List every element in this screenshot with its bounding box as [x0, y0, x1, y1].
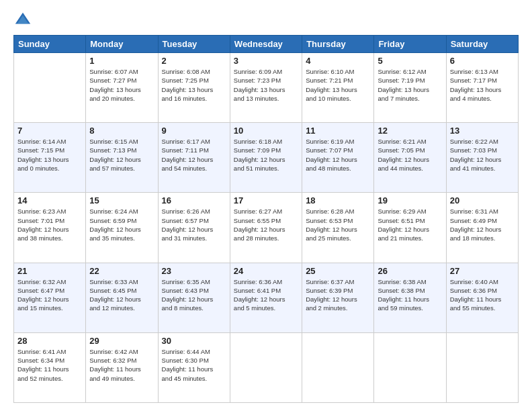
day-number: 6 [450, 56, 515, 66]
cell-info: Sunrise: 6:35 AM Sunset: 6:43 PM Dayligh… [162, 277, 226, 313]
cell-info: Sunrise: 6:33 AM Sunset: 6:45 PM Dayligh… [89, 277, 154, 313]
calendar-cell: 7Sunrise: 6:14 AM Sunset: 7:15 PM Daylig… [14, 123, 86, 193]
cell-info: Sunrise: 6:12 AM Sunset: 7:19 PM Dayligh… [378, 67, 442, 103]
cell-info: Sunrise: 6:08 AM Sunset: 7:25 PM Dayligh… [162, 67, 226, 103]
day-number: 15 [89, 195, 154, 205]
day-number: 7 [17, 126, 82, 136]
cell-info: Sunrise: 6:13 AM Sunset: 7:17 PM Dayligh… [450, 67, 515, 103]
weekday-header-tuesday: Tuesday [158, 36, 230, 53]
day-number: 3 [234, 56, 298, 66]
week-row-4: 21Sunrise: 6:32 AM Sunset: 6:47 PM Dayli… [14, 263, 519, 332]
calendar-cell: 16Sunrise: 6:26 AM Sunset: 6:57 PM Dayli… [158, 193, 230, 263]
day-number: 2 [162, 56, 226, 66]
day-number: 29 [89, 336, 154, 346]
calendar-cell [446, 332, 518, 402]
calendar-cell: 19Sunrise: 6:29 AM Sunset: 6:51 PM Dayli… [374, 193, 446, 263]
day-number: 28 [17, 336, 82, 346]
calendar-cell: 24Sunrise: 6:36 AM Sunset: 6:41 PM Dayli… [230, 263, 302, 332]
calendar-cell: 10Sunrise: 6:18 AM Sunset: 7:09 PM Dayli… [230, 123, 302, 193]
calendar-cell: 30Sunrise: 6:44 AM Sunset: 6:30 PM Dayli… [158, 332, 230, 402]
calendar-cell: 12Sunrise: 6:21 AM Sunset: 7:05 PM Dayli… [374, 123, 446, 193]
cell-info: Sunrise: 6:17 AM Sunset: 7:11 PM Dayligh… [162, 137, 226, 173]
calendar-cell: 29Sunrise: 6:42 AM Sunset: 6:32 PM Dayli… [86, 332, 158, 402]
calendar-cell: 11Sunrise: 6:19 AM Sunset: 7:07 PM Dayli… [302, 123, 374, 193]
calendar-cell: 14Sunrise: 6:23 AM Sunset: 7:01 PM Dayli… [14, 193, 86, 263]
cell-info: Sunrise: 6:38 AM Sunset: 6:38 PM Dayligh… [378, 277, 442, 313]
week-row-3: 14Sunrise: 6:23 AM Sunset: 7:01 PM Dayli… [14, 193, 519, 263]
cell-info: Sunrise: 6:21 AM Sunset: 7:05 PM Dayligh… [378, 137, 442, 173]
calendar-cell: 18Sunrise: 6:28 AM Sunset: 6:53 PM Dayli… [302, 193, 374, 263]
cell-info: Sunrise: 6:09 AM Sunset: 7:23 PM Dayligh… [234, 67, 298, 103]
calendar-cell: 17Sunrise: 6:27 AM Sunset: 6:55 PM Dayli… [230, 193, 302, 263]
day-number: 20 [450, 195, 515, 205]
calendar-cell: 26Sunrise: 6:38 AM Sunset: 6:38 PM Dayli… [374, 263, 446, 332]
day-number: 13 [450, 126, 515, 136]
week-row-2: 7Sunrise: 6:14 AM Sunset: 7:15 PM Daylig… [14, 123, 519, 193]
day-number: 12 [378, 126, 442, 136]
cell-info: Sunrise: 6:27 AM Sunset: 6:55 PM Dayligh… [234, 207, 298, 242]
day-number: 19 [378, 195, 442, 205]
calendar-cell: 23Sunrise: 6:35 AM Sunset: 6:43 PM Dayli… [158, 263, 230, 332]
calendar-cell: 13Sunrise: 6:22 AM Sunset: 7:03 PM Dayli… [446, 123, 518, 193]
calendar-cell: 9Sunrise: 6:17 AM Sunset: 7:11 PM Daylig… [158, 123, 230, 193]
cell-info: Sunrise: 6:15 AM Sunset: 7:13 PM Dayligh… [89, 137, 154, 173]
calendar-cell [14, 53, 86, 123]
day-number: 23 [162, 266, 226, 276]
calendar-cell: 27Sunrise: 6:40 AM Sunset: 6:36 PM Dayli… [446, 263, 518, 332]
cell-info: Sunrise: 6:14 AM Sunset: 7:15 PM Dayligh… [17, 137, 82, 173]
cell-info: Sunrise: 6:36 AM Sunset: 6:41 PM Dayligh… [234, 277, 298, 313]
week-row-5: 28Sunrise: 6:41 AM Sunset: 6:34 PM Dayli… [14, 332, 519, 402]
calendar-cell: 6Sunrise: 6:13 AM Sunset: 7:17 PM Daylig… [446, 53, 518, 123]
weekday-header-friday: Friday [374, 36, 446, 53]
day-number: 30 [162, 336, 226, 346]
calendar-cell: 15Sunrise: 6:24 AM Sunset: 6:59 PM Dayli… [86, 193, 158, 263]
cell-info: Sunrise: 6:23 AM Sunset: 7:01 PM Dayligh… [17, 207, 82, 242]
day-number: 16 [162, 195, 226, 205]
calendar-cell: 2Sunrise: 6:08 AM Sunset: 7:25 PM Daylig… [158, 53, 230, 123]
day-number: 4 [306, 56, 370, 66]
cell-info: Sunrise: 6:31 AM Sunset: 6:49 PM Dayligh… [450, 207, 515, 242]
calendar-cell: 4Sunrise: 6:10 AM Sunset: 7:21 PM Daylig… [302, 53, 374, 123]
weekday-header-row: SundayMondayTuesdayWednesdayThursdayFrid… [14, 36, 519, 53]
calendar-table: SundayMondayTuesdayWednesdayThursdayFrid… [13, 35, 519, 403]
cell-info: Sunrise: 6:28 AM Sunset: 6:53 PM Dayligh… [306, 207, 370, 242]
cell-info: Sunrise: 6:40 AM Sunset: 6:36 PM Dayligh… [450, 277, 515, 313]
calendar-cell: 1Sunrise: 6:07 AM Sunset: 7:27 PM Daylig… [86, 53, 158, 123]
calendar-cell: 28Sunrise: 6:41 AM Sunset: 6:34 PM Dayli… [14, 332, 86, 402]
day-number: 22 [89, 266, 154, 276]
cell-info: Sunrise: 6:10 AM Sunset: 7:21 PM Dayligh… [306, 67, 370, 103]
day-number: 27 [450, 266, 515, 276]
weekday-header-sunday: Sunday [14, 36, 86, 53]
day-number: 18 [306, 195, 370, 205]
cell-info: Sunrise: 6:26 AM Sunset: 6:57 PM Dayligh… [162, 207, 226, 242]
cell-info: Sunrise: 6:41 AM Sunset: 6:34 PM Dayligh… [17, 347, 82, 383]
cell-info: Sunrise: 6:42 AM Sunset: 6:32 PM Dayligh… [89, 347, 154, 383]
calendar-cell: 3Sunrise: 6:09 AM Sunset: 7:23 PM Daylig… [230, 53, 302, 123]
cell-info: Sunrise: 6:37 AM Sunset: 6:39 PM Dayligh… [306, 277, 370, 313]
weekday-header-monday: Monday [86, 36, 158, 53]
calendar-cell: 5Sunrise: 6:12 AM Sunset: 7:19 PM Daylig… [374, 53, 446, 123]
calendar-cell [230, 332, 302, 402]
logo [13, 11, 35, 30]
day-number: 11 [306, 126, 370, 136]
cell-info: Sunrise: 6:44 AM Sunset: 6:30 PM Dayligh… [162, 347, 226, 383]
header [13, 11, 519, 30]
day-number: 5 [378, 56, 442, 66]
day-number: 1 [89, 56, 154, 66]
week-row-1: 1Sunrise: 6:07 AM Sunset: 7:27 PM Daylig… [14, 53, 519, 123]
day-number: 26 [378, 266, 442, 276]
cell-info: Sunrise: 6:07 AM Sunset: 7:27 PM Dayligh… [89, 67, 154, 103]
day-number: 8 [89, 126, 154, 136]
weekday-header-saturday: Saturday [446, 36, 518, 53]
day-number: 25 [306, 266, 370, 276]
day-number: 21 [17, 266, 82, 276]
calendar-cell: 20Sunrise: 6:31 AM Sunset: 6:49 PM Dayli… [446, 193, 518, 263]
weekday-header-wednesday: Wednesday [230, 36, 302, 53]
cell-info: Sunrise: 6:24 AM Sunset: 6:59 PM Dayligh… [89, 207, 154, 242]
calendar-cell: 25Sunrise: 6:37 AM Sunset: 6:39 PM Dayli… [302, 263, 374, 332]
calendar-cell [374, 332, 446, 402]
day-number: 17 [234, 195, 298, 205]
calendar-cell: 21Sunrise: 6:32 AM Sunset: 6:47 PM Dayli… [14, 263, 86, 332]
calendar-cell: 8Sunrise: 6:15 AM Sunset: 7:13 PM Daylig… [86, 123, 158, 193]
cell-info: Sunrise: 6:19 AM Sunset: 7:07 PM Dayligh… [306, 137, 370, 173]
